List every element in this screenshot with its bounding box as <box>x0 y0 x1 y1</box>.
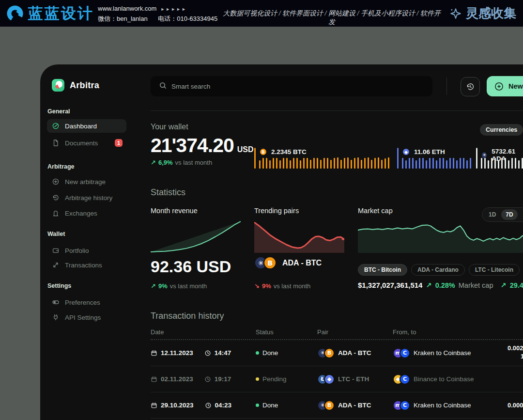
history-icon <box>52 194 60 202</box>
sidebar-item-api-settings[interactable]: API Settings <box>47 311 126 324</box>
sidebar-item-label: API Settings <box>65 314 101 321</box>
route-cell: mCKraken to Coinbase <box>393 392 471 418</box>
time-value: 04:23 <box>215 402 232 409</box>
btc-icon: B <box>324 400 335 411</box>
market-cap-value: $1,327,027,361,514 <box>358 281 422 289</box>
pair-label: ADA - BTC <box>338 402 371 409</box>
pair-cell: ✳BADA - BTC <box>317 340 371 366</box>
route-exchange-icons: mC <box>393 348 410 358</box>
inspiration-collect[interactable]: 灵感收集 <box>449 5 516 22</box>
coinbase-icon: C <box>400 374 410 385</box>
spark-divider-bar <box>476 148 477 169</box>
clock-icon <box>204 350 211 357</box>
eth-sparkline-bars <box>402 157 471 169</box>
up-arrow-icon: ↗ <box>151 159 156 166</box>
btc-icon: B <box>263 256 277 269</box>
sidebar-item-new-arbitrage[interactable]: New arbitrage <box>47 175 126 188</box>
btc-sparkline-bars <box>259 157 389 169</box>
sidebar-item-documents[interactable]: Documents1 <box>47 136 126 150</box>
range-option-1d[interactable]: 1D <box>484 209 500 220</box>
calendar-icon <box>151 402 157 409</box>
lanlan-logo-text: 蓝蓝设计 <box>28 3 94 24</box>
spark-divider-bar <box>397 148 399 169</box>
amount-cell: 0.0021 <box>508 344 523 360</box>
date-value: 12.11.2023 <box>161 349 193 357</box>
route-label: Kraken to Coinbase <box>414 402 471 409</box>
eth-amount: ◆11.06 ETH <box>402 148 445 156</box>
pair-coin-icons: ✳B <box>317 348 335 358</box>
amount-cell: 0.0000 <box>508 401 523 409</box>
holding-amount-label: 11.06 ETH <box>414 148 445 156</box>
dashboard-card: Arbitra GeneralDashboardDocuments1Arbitr… <box>40 64 523 420</box>
status-label: Done <box>262 402 278 409</box>
clock-icon <box>204 376 211 383</box>
coinbase-icon: C <box>400 400 410 411</box>
lanlan-logo-icon <box>6 4 24 23</box>
status-cell: Done <box>256 340 278 366</box>
section-label-arbitrage: Arbitrage <box>47 163 75 170</box>
date-cell: 29.10.202304:23 <box>151 392 231 418</box>
calendar-icon <box>151 350 157 357</box>
new-arbitrage-button[interactable]: New a <box>487 76 523 96</box>
market-cap-pills: BTC - BitcoinADA - CardanoLTC - Litecoin… <box>358 264 523 276</box>
new-arbitrage-label: New a <box>508 82 523 90</box>
status-cell: Pending <box>256 366 287 392</box>
search-input[interactable] <box>171 83 404 90</box>
ada-sparkline-bars <box>481 157 523 169</box>
sidebar-item-label: Preferences <box>65 299 100 306</box>
time-value: 19:17 <box>215 375 231 383</box>
gauge-icon <box>52 122 60 130</box>
range-option-7d[interactable]: 7D <box>501 209 517 220</box>
pill-ltc[interactable]: LTC - Litecoin <box>469 264 520 276</box>
transaction-history-title: Transaction history <box>151 311 224 321</box>
pair-cell: Ł◆LTC - ETH <box>317 366 369 392</box>
history-button[interactable] <box>461 77 480 96</box>
status-cell: Done <box>256 392 278 418</box>
market-cap-range-toggle: 1D7D1M <box>482 207 523 222</box>
document-icon <box>52 139 60 147</box>
sidebar-item-exchanges[interactable]: Exchanges <box>47 206 126 220</box>
banner-site: www.lanlanwork.com <box>98 5 156 12</box>
pair-label: ADA - BTC <box>338 349 371 357</box>
table-row[interactable]: 02.11.202319:17PendingŁ◆LTC - ETH◆CBinan… <box>151 366 523 392</box>
history-icon <box>465 82 475 92</box>
col-status: Status <box>256 328 274 336</box>
section-label-settings: Settings <box>47 282 71 289</box>
sidebar-item-label: Exchanges <box>65 210 97 217</box>
pill-btc[interactable]: BTC - Bitcoin <box>358 264 407 276</box>
month-revenue-chart <box>151 220 241 253</box>
calendar-icon <box>151 376 157 383</box>
eth-holding: ◆11.06 ETH <box>397 148 474 169</box>
up-arrow-icon: ↗ <box>426 281 431 289</box>
sidebar-item-preferences[interactable]: Preferences <box>47 296 126 309</box>
collect-label: 灵感收集 <box>466 5 516 22</box>
range-option-1m[interactable]: 1M <box>519 209 523 220</box>
btc-icon: B <box>259 148 267 156</box>
route-label: Binance to Coinbase <box>414 375 474 383</box>
wallet-icon <box>52 247 60 254</box>
sidebar-item-dashboard[interactable]: Dashboard <box>47 119 126 133</box>
col-pair: Pair <box>317 328 328 336</box>
transaction-table: 12.11.202314:47Done✳BADA - BTCmCKraken t… <box>151 340 523 419</box>
currencies-tab[interactable]: Currencies <box>480 124 523 136</box>
up-arrow-icon: ↗ <box>151 282 156 290</box>
search-icon <box>159 82 167 91</box>
sidebar-item-portfolio[interactable]: Portfolio <box>47 244 126 257</box>
table-row[interactable]: 29.10.202304:23Done✳BADA - BTCmCKraken t… <box>151 392 523 419</box>
pill-ada[interactable]: ADA - Cardano <box>411 264 465 276</box>
month-revenue-change: ↗ 9% vs last month <box>151 282 207 290</box>
banner-services: 大数据可视化设计 / 软件界面设计 / 网站建设 / 手机及小程序设计 / 软件… <box>223 9 441 27</box>
wallet-title: Your wallet <box>151 123 188 131</box>
search-bar[interactable] <box>151 76 432 96</box>
sidebar-item-transactions[interactable]: Transactions <box>47 258 126 272</box>
documents-badge: 1 <box>115 139 123 147</box>
statistics-title: Statistics <box>151 187 185 198</box>
table-row[interactable]: 12.11.202314:47Done✳BADA - BTCmCKraken t… <box>151 340 523 366</box>
pair-coin-icons: Ł◆ <box>317 374 335 385</box>
ada-holding: ✳5732.61 ADA <box>476 148 523 169</box>
trending-pairs-chart <box>254 220 344 253</box>
clock-icon <box>205 402 212 409</box>
sidebar-item-arbitrage-history[interactable]: Arbitrage history <box>47 191 126 204</box>
status-label: Done <box>262 349 278 357</box>
btc-amount: B2.2345 BTC <box>259 148 307 156</box>
